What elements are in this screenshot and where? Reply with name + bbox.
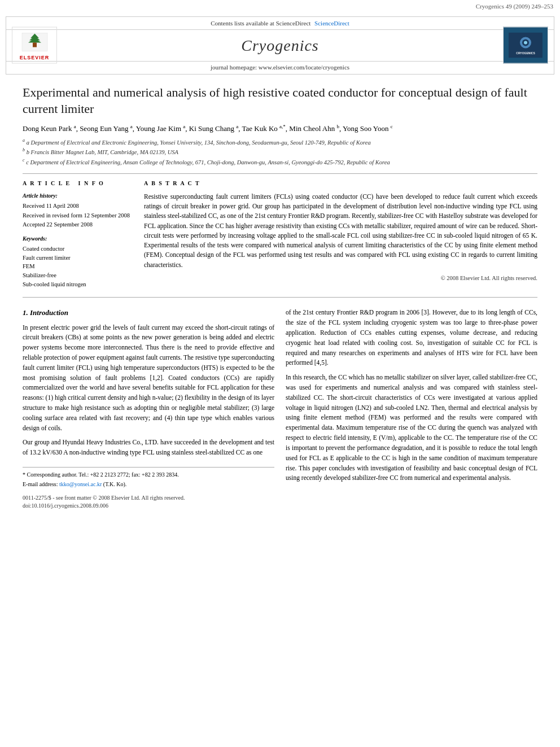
affiliation-c: c c Department of Electrical Engineering…: [23, 157, 537, 167]
revised-date: Received in revised form 12 September 20…: [23, 212, 133, 220]
authors-line: Dong Keun Park a, Seong Eun Yang a, Youn…: [23, 123, 537, 134]
journal-homepage: journal homepage: www.elsevier.com/locat…: [6, 61, 554, 74]
article-content: Experimental and numerical analysis of h…: [0, 85, 560, 298]
cryogenics-logo: CRYOGENICS: [503, 27, 548, 64]
affiliation-a: a a Department of Electrical and Electro…: [23, 137, 537, 147]
abstract-text: Resistive superconducting fault current …: [144, 192, 537, 270]
abstract-col: A B S T R A C T Resistive superconductin…: [144, 180, 537, 290]
doi-line: doi:10.1016/j.cryogenics.2008.09.006: [23, 502, 274, 510]
svg-rect-5: [33, 42, 37, 47]
keywords-label: Keywords:: [23, 235, 133, 243]
issn-line: 0011-2275/$ - see front matter © 2008 El…: [23, 494, 274, 502]
journal-volume-info: Cryogenics 49 (2009) 249–253: [0, 0, 560, 12]
received-date: Received 11 April 2008: [23, 202, 133, 211]
page: Cryogenics 49 (2009) 249–253 Contents li…: [0, 0, 560, 747]
keyword-3: FEM: [23, 263, 133, 271]
body-left-col: 1. Introduction In present electric powe…: [23, 308, 274, 510]
journal-header-middle: ELSEVIER Cryogenics CRYOGENICS: [6, 30, 554, 61]
body-right-col: of the 21st century Frontier R&D program…: [286, 308, 537, 510]
article-title: Experimental and numerical analysis of h…: [23, 85, 537, 117]
accepted-date: Accepted 22 September 2008: [23, 221, 133, 229]
cryogenics-logo-svg: CRYOGENICS: [509, 33, 542, 58]
body-two-col: 1. Introduction In present electric powe…: [23, 308, 537, 510]
intro-paragraph-1: In present electric power grid the level…: [23, 323, 274, 434]
article-info-section-label: A R T I C L E I N F O: [23, 180, 133, 187]
keyword-2: Fault current limiter: [23, 254, 133, 263]
divider-1: [23, 173, 537, 174]
elsevier-emblem-svg: [19, 30, 50, 54]
svg-point-9: [524, 41, 527, 45]
intro-paragraph-2: Our group and Hyundai Heavy Industries C…: [23, 438, 274, 458]
article-history-label: Article history:: [23, 192, 133, 200]
sciencedirect-link[interactable]: ScienceDirect: [314, 20, 349, 27]
footnote-email-link[interactable]: tkko@yonsei.ac.kr: [59, 481, 102, 487]
main-body: 1. Introduction In present electric powe…: [0, 308, 560, 510]
copyright-footer: 0011-2275/$ - see front matter © 2008 El…: [23, 494, 274, 510]
abstract-copyright: © 2008 Elsevier Ltd. All rights reserved…: [144, 274, 537, 283]
intro-paragraph-right-1: of the 21st century Frontier R&D program…: [286, 308, 537, 368]
divider-2: [23, 297, 537, 298]
affiliation-b: b b Francis Bitter Magnet Lab, MIT, Camb…: [23, 147, 537, 156]
elsevier-logo: ELSEVIER: [12, 27, 57, 64]
keyword-5: Sub-cooled liquid nitrogen: [23, 281, 133, 289]
journal-name: Cryogenics: [241, 34, 319, 56]
article-info-abstract: A R T I C L E I N F O Article history: R…: [23, 180, 537, 290]
elsevier-text: ELSEVIER: [20, 54, 50, 61]
sciencedirect-bar: Contents lists available at ScienceDirec…: [6, 17, 554, 29]
abstract-section-label: A B S T R A C T: [144, 180, 537, 187]
footnote-area: * Corresponding author. Tel.: +82 2 2123…: [23, 467, 274, 488]
footnote-corresponding: * Corresponding author. Tel.: +82 2 2123…: [23, 471, 274, 479]
contents-label: Contents lists available at ScienceDirec…: [211, 20, 310, 27]
svg-text:CRYOGENICS: CRYOGENICS: [516, 51, 535, 55]
intro-paragraph-right-2: In this research, the CC which has no me…: [286, 373, 537, 483]
footnote-email: E-mail address: tkko@yonsei.ac.kr (T.K. …: [23, 480, 274, 488]
section1-title: Introduction: [30, 308, 68, 317]
journal-header: Contents lists available at ScienceDirec…: [6, 16, 554, 75]
keyword-1: Coated conductor: [23, 245, 133, 254]
section1-heading: 1. Introduction: [23, 308, 274, 318]
section1-number: 1.: [23, 308, 28, 317]
article-info-col: A R T I C L E I N F O Article history: R…: [23, 180, 133, 290]
affiliations: a a Department of Electrical and Electro…: [23, 137, 537, 167]
keyword-4: Stabilizer-free: [23, 272, 133, 280]
